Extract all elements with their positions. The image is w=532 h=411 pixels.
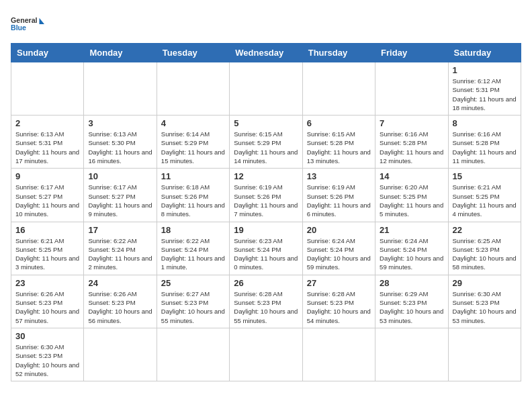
- day-number: 7: [380, 118, 443, 128]
- calendar-cell: 16Sunrise: 6:21 AM Sunset: 5:25 PM Dayli…: [11, 222, 84, 275]
- calendar-cell: 19Sunrise: 6:23 AM Sunset: 5:24 PM Dayli…: [230, 222, 302, 275]
- calendar-cell: 21Sunrise: 6:24 AM Sunset: 5:24 PM Dayli…: [375, 222, 448, 275]
- logo: General Blue: [11, 11, 44, 38]
- day-info: Sunrise: 6:22 AM Sunset: 5:24 PM Dayligh…: [161, 236, 225, 272]
- day-number: 27: [307, 278, 371, 288]
- calendar-cell: 13Sunrise: 6:19 AM Sunset: 5:26 PM Dayli…: [302, 169, 375, 222]
- day-info: Sunrise: 6:16 AM Sunset: 5:28 PM Dayligh…: [380, 130, 443, 165]
- day-number: 8: [453, 118, 517, 128]
- weekday-header-monday: Monday: [84, 44, 157, 62]
- weekday-header-saturday: Saturday: [448, 44, 521, 62]
- calendar-row-1: 2Sunrise: 6:13 AM Sunset: 5:31 PM Daylig…: [11, 116, 521, 169]
- calendar-cell: [302, 328, 375, 381]
- day-info: Sunrise: 6:30 AM Sunset: 5:23 PM Dayligh…: [15, 342, 79, 378]
- svg-text:Blue: Blue: [11, 24, 26, 32]
- calendar-cell: [11, 62, 84, 116]
- day-number: 2: [15, 118, 79, 128]
- calendar-cell: [84, 328, 157, 381]
- calendar-row-0: 1Sunrise: 6:12 AM Sunset: 5:31 PM Daylig…: [11, 62, 521, 116]
- day-info: Sunrise: 6:13 AM Sunset: 5:30 PM Dayligh…: [88, 130, 152, 165]
- day-info: Sunrise: 6:16 AM Sunset: 5:28 PM Dayligh…: [453, 130, 517, 165]
- calendar-cell: [157, 62, 229, 116]
- day-number: 5: [234, 118, 298, 128]
- calendar-cell: 10Sunrise: 6:17 AM Sunset: 5:27 PM Dayli…: [84, 169, 157, 222]
- day-number: 20: [307, 225, 371, 235]
- calendar-cell: [448, 328, 521, 381]
- day-info: Sunrise: 6:21 AM Sunset: 5:25 PM Dayligh…: [453, 183, 517, 218]
- page-header: General Blue: [11, 11, 521, 38]
- calendar-cell: 8Sunrise: 6:16 AM Sunset: 5:28 PM Daylig…: [448, 116, 521, 169]
- calendar-cell: 12Sunrise: 6:19 AM Sunset: 5:26 PM Dayli…: [230, 169, 302, 222]
- calendar-cell: 27Sunrise: 6:28 AM Sunset: 5:23 PM Dayli…: [302, 275, 375, 328]
- calendar-body: 1Sunrise: 6:12 AM Sunset: 5:31 PM Daylig…: [11, 62, 521, 381]
- calendar-row-3: 16Sunrise: 6:21 AM Sunset: 5:25 PM Dayli…: [11, 222, 521, 275]
- day-number: 29: [453, 278, 517, 288]
- day-number: 21: [380, 225, 443, 235]
- calendar-row-5: 30Sunrise: 6:30 AM Sunset: 5:23 PM Dayli…: [11, 328, 521, 381]
- day-info: Sunrise: 6:24 AM Sunset: 5:24 PM Dayligh…: [307, 236, 371, 272]
- calendar-cell: 18Sunrise: 6:22 AM Sunset: 5:24 PM Dayli…: [157, 222, 229, 275]
- calendar-cell: [230, 62, 302, 116]
- day-number: 18: [161, 225, 225, 235]
- day-number: 26: [234, 278, 298, 288]
- day-info: Sunrise: 6:28 AM Sunset: 5:23 PM Dayligh…: [234, 289, 298, 325]
- weekday-header-sunday: Sunday: [11, 44, 84, 62]
- day-info: Sunrise: 6:26 AM Sunset: 5:23 PM Dayligh…: [15, 289, 79, 325]
- day-number: 3: [88, 118, 152, 128]
- svg-text:General: General: [11, 16, 38, 24]
- day-number: 16: [15, 225, 79, 235]
- day-info: Sunrise: 6:15 AM Sunset: 5:29 PM Dayligh…: [234, 130, 298, 165]
- calendar-row-4: 23Sunrise: 6:26 AM Sunset: 5:23 PM Dayli…: [11, 275, 521, 328]
- calendar-cell: 11Sunrise: 6:18 AM Sunset: 5:26 PM Dayli…: [157, 169, 229, 222]
- day-info: Sunrise: 6:19 AM Sunset: 5:26 PM Dayligh…: [307, 183, 371, 218]
- day-info: Sunrise: 6:15 AM Sunset: 5:28 PM Dayligh…: [307, 130, 371, 165]
- day-info: Sunrise: 6:21 AM Sunset: 5:25 PM Dayligh…: [15, 236, 79, 272]
- calendar-cell: 25Sunrise: 6:27 AM Sunset: 5:23 PM Dayli…: [157, 275, 229, 328]
- calendar-cell: 9Sunrise: 6:17 AM Sunset: 5:27 PM Daylig…: [11, 169, 84, 222]
- day-number: 19: [234, 225, 298, 235]
- calendar-cell: 1Sunrise: 6:12 AM Sunset: 5:31 PM Daylig…: [448, 62, 521, 116]
- calendar-cell: 14Sunrise: 6:20 AM Sunset: 5:25 PM Dayli…: [375, 169, 448, 222]
- day-info: Sunrise: 6:23 AM Sunset: 5:24 PM Dayligh…: [234, 236, 298, 272]
- calendar-cell: 5Sunrise: 6:15 AM Sunset: 5:29 PM Daylig…: [230, 116, 302, 169]
- weekday-header-thursday: Thursday: [302, 44, 375, 62]
- calendar-table: SundayMondayTuesdayWednesdayThursdayFrid…: [11, 43, 521, 381]
- calendar-row-2: 9Sunrise: 6:17 AM Sunset: 5:27 PM Daylig…: [11, 169, 521, 222]
- day-number: 13: [307, 171, 371, 181]
- calendar-cell: 3Sunrise: 6:13 AM Sunset: 5:30 PM Daylig…: [84, 116, 157, 169]
- day-number: 28: [380, 278, 443, 288]
- day-number: 4: [161, 118, 225, 128]
- day-info: Sunrise: 6:27 AM Sunset: 5:23 PM Dayligh…: [161, 289, 225, 325]
- day-number: 24: [88, 278, 152, 288]
- calendar-cell: [375, 62, 448, 116]
- day-number: 23: [15, 278, 79, 288]
- day-number: 14: [380, 171, 443, 181]
- calendar-cell: 30Sunrise: 6:30 AM Sunset: 5:23 PM Dayli…: [11, 328, 84, 381]
- calendar-cell: 2Sunrise: 6:13 AM Sunset: 5:31 PM Daylig…: [11, 116, 84, 169]
- day-info: Sunrise: 6:17 AM Sunset: 5:27 PM Dayligh…: [88, 183, 152, 218]
- svg-marker-2: [40, 18, 45, 24]
- day-number: 22: [453, 225, 517, 235]
- calendar-cell: 20Sunrise: 6:24 AM Sunset: 5:24 PM Dayli…: [302, 222, 375, 275]
- calendar-cell: 17Sunrise: 6:22 AM Sunset: 5:24 PM Dayli…: [84, 222, 157, 275]
- day-number: 17: [88, 225, 152, 235]
- day-info: Sunrise: 6:22 AM Sunset: 5:24 PM Dayligh…: [88, 236, 152, 272]
- day-info: Sunrise: 6:29 AM Sunset: 5:23 PM Dayligh…: [380, 289, 443, 325]
- calendar-cell: [375, 328, 448, 381]
- weekday-header-friday: Friday: [375, 44, 448, 62]
- calendar-cell: 22Sunrise: 6:25 AM Sunset: 5:23 PM Dayli…: [448, 222, 521, 275]
- day-number: 11: [161, 171, 225, 181]
- calendar-cell: 23Sunrise: 6:26 AM Sunset: 5:23 PM Dayli…: [11, 275, 84, 328]
- calendar-cell: 24Sunrise: 6:26 AM Sunset: 5:23 PM Dayli…: [84, 275, 157, 328]
- weekday-header-wednesday: Wednesday: [230, 44, 302, 62]
- calendar-cell: 15Sunrise: 6:21 AM Sunset: 5:25 PM Dayli…: [448, 169, 521, 222]
- calendar-cell: 26Sunrise: 6:28 AM Sunset: 5:23 PM Dayli…: [230, 275, 302, 328]
- day-number: 10: [88, 171, 152, 181]
- calendar-cell: [84, 62, 157, 116]
- calendar-cell: 29Sunrise: 6:30 AM Sunset: 5:23 PM Dayli…: [448, 275, 521, 328]
- day-info: Sunrise: 6:25 AM Sunset: 5:23 PM Dayligh…: [453, 236, 517, 272]
- day-info: Sunrise: 6:28 AM Sunset: 5:23 PM Dayligh…: [307, 289, 371, 325]
- logo-svg: General Blue: [11, 11, 44, 38]
- day-info: Sunrise: 6:19 AM Sunset: 5:26 PM Dayligh…: [234, 183, 298, 218]
- day-info: Sunrise: 6:26 AM Sunset: 5:23 PM Dayligh…: [88, 289, 152, 325]
